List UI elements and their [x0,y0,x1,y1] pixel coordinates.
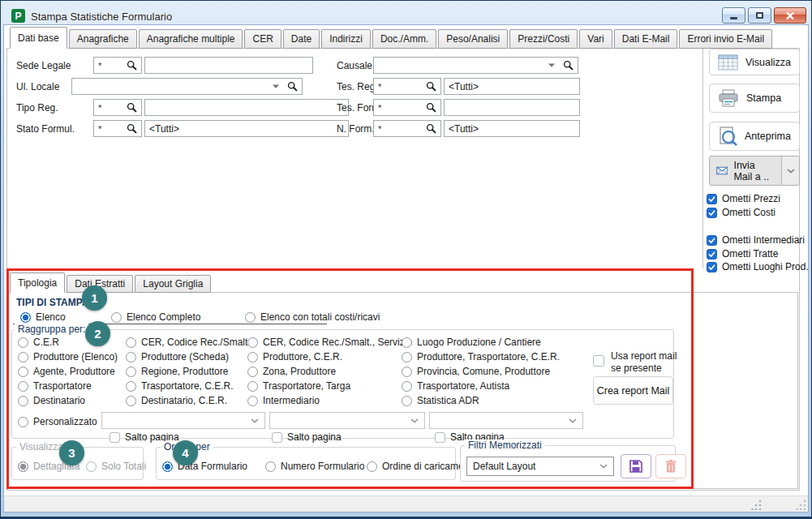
radio-personalizzato[interactable]: Personalizzato [18,415,97,428]
search-icon[interactable] [127,123,137,134]
tab-dati-email[interactable]: Dati E-Mail [614,29,678,49]
salto-pagina-checkbox-2[interactable]: Salto pagina [272,431,342,443]
invia-mail-main[interactable]: Invia Mail a .. [710,157,781,185]
search-icon[interactable] [426,81,436,92]
checkbox-unchecked[interactable] [272,432,282,443]
radio-agente-produttore[interactable]: Agente, Produttore [18,365,118,378]
tab-errori-invio-email[interactable]: Errori invio E-Mail [679,29,772,49]
ometti-luoghi-prod-checkbox[interactable]: Ometti Luoghi Prod. [707,261,809,272]
tab-date[interactable]: Date [283,29,320,49]
corner-resize-grip[interactable] [796,499,807,513]
dropdown-caret-icon[interactable] [273,84,279,88]
radio-elenco-completo[interactable]: Elenco Completo [111,311,200,324]
search-icon[interactable] [127,102,137,113]
tab-doc-amm[interactable]: Doc./Amm. [372,29,436,49]
checkbox-checked[interactable] [707,208,717,218]
search-icon[interactable] [426,123,436,134]
usa-report-mail-checkbox[interactable] [593,355,604,367]
radio-trasportatore[interactable]: Trasportatore [18,380,118,392]
tipo-reg-value-input[interactable] [144,99,349,116]
tab-peso-analisi[interactable]: Peso/Analisi [438,29,508,49]
tab-prezzi-costi[interactable]: Prezzi/Costi [509,29,578,49]
checkbox-unchecked[interactable] [110,432,120,443]
ometti-costi-checkbox[interactable]: Ometti Costi [707,207,775,218]
radio-trasportatore-cer[interactable]: Trasportatore, C.E.R. [126,380,251,392]
ometti-intermediari-checkbox[interactable]: Ometti Intermediari [707,234,805,246]
checkbox-checked[interactable] [707,249,717,260]
search-icon[interactable] [287,81,298,92]
ometti-prezzi-checkbox[interactable]: Ometti Prezzi [707,193,780,204]
checkbox-checked[interactable] [707,235,717,246]
delete-filter-button[interactable] [655,454,686,478]
radio-trasportatore-targa[interactable]: Trasportatore, Targa [247,380,412,392]
radio-produttore-cer[interactable]: Produttore, C.E.R. [247,350,412,363]
radio-zona-produttore[interactable]: Zona, Produttore [247,365,412,378]
tab-dati-base[interactable]: Dati base [10,27,67,49]
invia-mail-dropdown[interactable] [781,157,799,185]
radio-statistica-adr[interactable]: Statistica ADR [402,394,560,407]
radio-produttore-elenco[interactable]: Produttore (Elenco) [18,350,118,363]
tab-anagrafiche[interactable]: Anagrafiche [69,29,137,49]
sede-legale-filter-input[interactable]: * [93,57,142,74]
checkbox-checked[interactable] [707,262,717,272]
radio-luogo-produzione[interactable]: Luogo Produzione / Cantiere [402,336,560,349]
stato-formul-value-input[interactable]: <Tutti> [144,120,349,137]
radio-intermediario[interactable]: Intermediario [247,394,412,407]
field-value: <Tutti> [149,123,179,135]
subtab-tipologia[interactable]: Tipologia [10,272,65,293]
radio-icon [126,396,136,406]
radio-solo-totali[interactable]: Solo Totali [86,460,146,473]
radio-provincia-comune-produttore[interactable]: Provincia, Comune, Produttore [402,365,560,378]
radio-elenco-totali[interactable]: Elenco con totali costi/ricavi [245,311,380,324]
maximize-button[interactable] [748,7,771,24]
radio-elenco[interactable]: Elenco [20,311,66,324]
close-button[interactable] [774,7,806,24]
radio-produttore-scheda[interactable]: Produttore (Scheda) [126,350,251,363]
resize-grip[interactable] [751,499,763,513]
tab-anagrafiche-multiple[interactable]: Anagrafiche multiple [139,29,243,49]
checkbox-checked[interactable] [707,194,717,204]
tes-form-filter-input[interactable]: * [373,99,441,116]
dropdown-caret-icon[interactable] [548,63,555,67]
anteprima-button[interactable]: Anteprima [709,122,800,151]
invia-mail-button[interactable]: Invia Mail a .. [709,156,800,186]
checkbox-unchecked[interactable] [435,432,445,443]
minimize-button[interactable] [722,7,745,24]
radio-produttore-trasportatore-cer[interactable]: Produttore, Trasportatore, C.E.R. [402,350,560,363]
radio-trasportatore-autista[interactable]: Trasportatore, Autista [402,380,560,392]
tes-reg-filter-input[interactable]: * [373,78,441,95]
radio-data-formulario[interactable]: Data Formulario [162,460,247,473]
personalizzato-combo-1[interactable] [101,412,265,429]
causale-combo[interactable] [373,57,578,74]
tab-cer[interactable]: CER [244,29,281,49]
tab-vari[interactable]: Vari [579,29,612,49]
radio-cer-codice-servizio[interactable]: CER, Codice Rec./Smalt., Servizio [247,336,412,349]
tes-form-value-input[interactable] [444,99,580,116]
tes-reg-value-input[interactable]: <Tutti> [444,78,580,95]
n-form-value-input[interactable]: <Tutti> [444,120,580,137]
save-filter-button[interactable] [621,454,651,478]
radio-destinatario-cer[interactable]: Destinatario, C.E.R. [126,394,251,407]
search-icon[interactable] [127,60,137,71]
filtri-layout-combo[interactable]: Default Layout [466,457,614,476]
stato-formul-filter-input[interactable]: * [93,120,142,137]
crea-report-mail-button[interactable]: Crea report Mail [593,376,673,405]
radio-numero-formulario[interactable]: Numero Formulario [265,460,364,473]
personalizzato-combo-3[interactable] [429,412,583,429]
tipo-reg-filter-input[interactable]: * [93,99,142,116]
checkbox-label: Salto pagina [287,431,342,443]
ometti-tratte-checkbox[interactable]: Ometti Tratte [707,248,778,260]
search-icon[interactable] [563,60,574,71]
visualizza-button[interactable]: Visualizza [709,49,800,75]
personalizzato-combo-2[interactable] [269,412,425,429]
n-form-filter-input[interactable]: * [373,120,441,137]
radio-destinatario[interactable]: Destinatario [18,394,118,407]
ul-locale-combo[interactable] [71,78,303,95]
radio-cer-codice-rec[interactable]: CER, Codice Rec./Smalt. [126,336,251,349]
stampa-button[interactable]: Stampa [709,84,800,113]
radio-regione-produttore[interactable]: Regione, Produttore [126,365,251,378]
subtab-layout-griglia[interactable]: Layout Griglia [135,275,211,293]
sede-legale-value-input[interactable] [144,57,313,74]
tab-indirizzi[interactable]: Indirizzi [321,29,371,49]
search-icon[interactable] [426,102,436,113]
